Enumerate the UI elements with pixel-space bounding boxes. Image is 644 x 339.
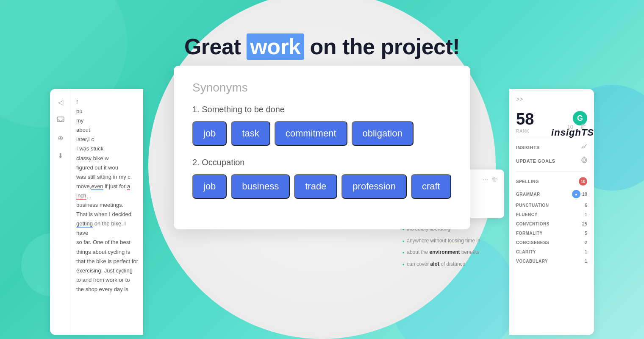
back-icon[interactable]: ◁ — [54, 96, 67, 108]
goals-icon — [581, 157, 587, 164]
score-row-conventions: CONVENTIONS 25 — [516, 219, 587, 228]
meaning-section-1: 1. Something to be done job task commitm… — [192, 105, 452, 146]
score-row-spelling: SPELLING 10 — [516, 175, 587, 188]
editor-line-1: f — [76, 97, 138, 107]
score-label: RANK — [516, 129, 534, 133]
synonym-tag-commitment[interactable]: commitment — [275, 121, 347, 146]
editor-line-10: move,even if just for a inch. . — [76, 182, 138, 200]
synonym-tag-task[interactable]: task — [231, 121, 270, 146]
bullet-2: • anywhere without loosing time in — [402, 236, 504, 247]
editor-text-area[interactable]: f pu my about later,I c I was stuck clas… — [71, 89, 143, 303]
meaning-label-1: 1. Something to be done — [192, 105, 452, 114]
synonym-tag-obligation[interactable]: obligation — [352, 121, 414, 146]
score-row-punctuation: PUNCTUATION 6 — [516, 200, 587, 210]
editor-line-5: later,I c — [76, 135, 138, 144]
grammar-label: GRAMMAR — [516, 192, 540, 197]
synonym-tag-craft[interactable]: craft — [411, 174, 451, 199]
add-icon[interactable]: ⊕ — [54, 131, 67, 144]
score-row-clarity: CLARITY 1 — [516, 247, 587, 256]
bullet-3: • about the environment benefits — [402, 248, 504, 258]
insights-bullets-area: • incredibly liberating • anywhere witho… — [402, 225, 504, 271]
clarity-value: 1 — [585, 249, 587, 254]
punctuation-label: PUNCTUATION — [516, 203, 549, 208]
vocabulary-label: VOCABULARY — [516, 259, 548, 264]
spelling-badge: 10 — [579, 177, 587, 186]
editor-line-7: classy bike w — [76, 154, 138, 163]
score-number: 58 — [516, 111, 534, 127]
editor-line-11: business meetings. — [76, 200, 138, 210]
synonym-tag-trade[interactable]: trade — [294, 174, 337, 199]
editor-line-8: figured out it wou — [76, 163, 138, 172]
meaning-text-2: Occupation — [202, 158, 244, 167]
vocabulary-value: 1 — [585, 258, 587, 264]
heading-prefix: Great — [184, 34, 247, 59]
editor-line-4: about — [76, 125, 138, 135]
formality-label: FORMALITY — [516, 231, 543, 236]
spelling-label: SPELLING — [516, 179, 539, 184]
insights-title-label: insighTS — [551, 127, 594, 138]
svg-point-1 — [582, 158, 587, 163]
meaning-text-1: Something to be done — [202, 105, 285, 114]
editor-line-9: was still sitting in my c — [76, 172, 138, 182]
synonym-tag-business[interactable]: business — [231, 174, 290, 199]
bullet-dot-4: • — [402, 261, 404, 270]
score-row-fluency: FLUENCY 1 — [516, 210, 587, 219]
download-icon[interactable]: ⬇ — [54, 149, 67, 162]
main-heading: Great work on the project! — [184, 34, 460, 59]
sidebar-header: >> — [516, 96, 587, 103]
score-row-formality: FORMALITY 5 — [516, 228, 587, 238]
editor-line-13: so far. One of the best things about cyc… — [76, 238, 138, 266]
heading-highlighted-word: work — [247, 33, 304, 60]
bullet-text-2: anywhere without loosing time in — [407, 236, 480, 246]
synonym-tag-job-2[interactable]: job — [192, 174, 227, 199]
editor-panel: ◁ ⊕ ⬇ f pu my about later,I c I was stuc… — [50, 89, 143, 335]
formality-value: 5 — [585, 231, 587, 236]
editor-line-6: I was stuck — [76, 144, 138, 153]
svg-point-2 — [583, 159, 586, 161]
meaning-section-2: 2. Occupation job business trade profess… — [192, 158, 452, 199]
meaning-number-2: 2. — [192, 158, 202, 167]
synonym-tag-profession[interactable]: profession — [341, 174, 407, 199]
meaning-number-1: 1. — [192, 105, 202, 114]
insights-chart-icon — [581, 144, 587, 150]
synonyms-title: Synonyms — [192, 81, 452, 94]
trash-icon[interactable]: 🗑 — [491, 176, 497, 183]
heading-suffix: on the project! — [304, 34, 460, 59]
score-row-grammar: GRAMMAR ● 18 — [516, 188, 587, 200]
conciseness-value: 2 — [585, 240, 587, 245]
synonym-tag-job-1[interactable]: job — [192, 121, 227, 146]
conciseness-label: CONCISENESS — [516, 240, 549, 245]
meaning-label-2: 2. Occupation — [192, 158, 452, 167]
nav-goals-label: UPDATE GOALS — [516, 158, 555, 164]
bullet-text-3: about the environment benefits — [407, 248, 479, 257]
bullet-dot-3: • — [402, 249, 404, 258]
bullet-text-4: can cover alot of distance — [407, 260, 465, 269]
nav-update-goals[interactable]: UPDATE GOALS — [516, 154, 587, 168]
clarity-label: CLARITY — [516, 250, 536, 254]
grammar-value: 18 — [582, 192, 587, 197]
editor-line-3: my — [76, 116, 138, 125]
grammar-badge: ● — [572, 190, 580, 198]
nav-insights[interactable]: INSIGHTS — [516, 141, 587, 154]
conventions-label: CONVENTIONS — [516, 222, 550, 226]
synonym-tags-2: job business trade profession craft — [192, 174, 452, 199]
fluency-value: 1 — [585, 212, 587, 217]
bullet-dot-2: • — [402, 237, 404, 247]
editor-line-2: pu — [76, 107, 138, 116]
score-row-vocabulary: VOCABULARY 1 — [516, 256, 587, 266]
nav-insights-label: INSIGHTS — [516, 145, 540, 150]
fluency-label: FLUENCY — [516, 212, 538, 217]
score-row-conciseness: CONCISENESS 2 — [516, 238, 587, 247]
editor-toolbar: ◁ ⊕ ⬇ — [50, 89, 71, 335]
conventions-value: 25 — [582, 221, 587, 226]
editor-line-14: exercising. Just cycling to and from wor… — [76, 266, 138, 294]
expand-button[interactable]: >> — [516, 96, 523, 103]
inbox-icon[interactable] — [54, 114, 67, 126]
bullet-4: • can cover alot of distance — [402, 260, 504, 270]
more-options-icon[interactable]: ··· — [483, 176, 488, 183]
editor-line-12: That is when I decided getting on the bi… — [76, 210, 138, 238]
synonym-tags-1: job task commitment obligation — [192, 121, 452, 146]
synonyms-card: Synonyms 1. Something to be done job tas… — [174, 66, 470, 229]
divider-2 — [516, 171, 587, 172]
punctuation-value: 6 — [585, 203, 587, 208]
